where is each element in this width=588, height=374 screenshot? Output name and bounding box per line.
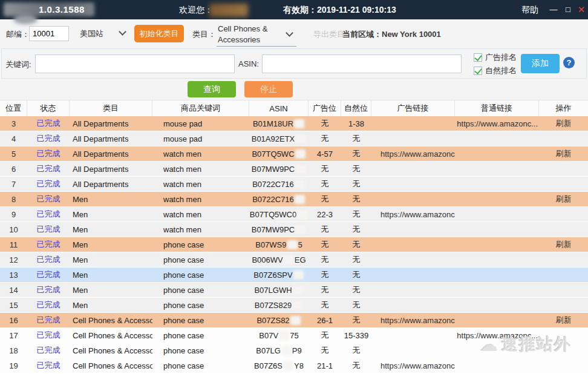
cell-normal-link[interactable] — [455, 177, 539, 191]
cell-ad-link[interactable] — [371, 237, 455, 252]
refresh-button[interactable] — [539, 298, 588, 312]
header-status[interactable]: 状态 — [27, 100, 70, 116]
table-row[interactable]: 14 已完成 Men phone case B07LGWH 无 无 — [0, 283, 588, 298]
table-row[interactable]: 3 已完成 All Departments mouse pad B01M18UR… — [0, 116, 588, 131]
table-row[interactable]: 9 已完成 Men watch men B07TQ5WC0 22-3 无 htt… — [0, 207, 588, 222]
cell-normal-link[interactable] — [455, 298, 539, 312]
header-ad-position[interactable]: 广告位 — [309, 100, 341, 116]
keyword-input[interactable] — [35, 54, 235, 73]
refresh-button[interactable] — [539, 252, 588, 267]
cell-ad-link[interactable] — [371, 192, 455, 206]
header-ad-link[interactable]: 广告链接 — [371, 100, 455, 116]
table-row[interactable]: 7 已完成 All Departments watch men B0722C71… — [0, 177, 588, 192]
refresh-button[interactable]: 刷新 — [539, 313, 588, 327]
cell-ad-link[interactable] — [371, 283, 455, 297]
close-button[interactable]: ✕ — [575, 4, 588, 16]
table-row[interactable]: 19 已完成 Cell Phones & Accessori phone cas… — [0, 358, 588, 373]
refresh-button[interactable]: 刷新 — [539, 237, 588, 252]
table-row[interactable]: 13 已完成 Men phone case B07Z6SPV 无 无 — [0, 267, 588, 283]
table-row[interactable]: 18 已完成 Cell Phones & Accessori phone cas… — [0, 343, 588, 358]
cell-normal-link[interactable]: https://www.amazonc... — [455, 116, 539, 131]
cell-normal-link[interactable] — [455, 252, 539, 267]
zip-input[interactable] — [29, 26, 69, 41]
checkbox-checked-icon[interactable] — [474, 53, 482, 62]
cell-normal-link[interactable] — [455, 131, 539, 146]
refresh-button[interactable] — [539, 177, 588, 191]
cell-ad-link[interactable] — [371, 328, 455, 343]
refresh-button[interactable] — [539, 207, 588, 221]
asin-input[interactable] — [262, 54, 462, 73]
cell-normal-link[interactable] — [455, 283, 539, 297]
cell-ad-link[interactable] — [371, 267, 455, 282]
cell-ad-link[interactable] — [371, 177, 455, 191]
table-row[interactable]: 15 已完成 Men phone case B07ZS829 无 无 — [0, 298, 588, 313]
table-row[interactable]: 8 已完成 Men watch men B0722C716 无 无 刷新 — [0, 192, 588, 207]
refresh-button[interactable] — [539, 222, 588, 237]
table-row[interactable]: 17 已完成 Cell Phones & Accessori phone cas… — [0, 328, 588, 343]
cell-ad-link[interactable] — [371, 162, 455, 176]
cell-ad-link[interactable] — [371, 298, 455, 312]
username-redacted — [209, 4, 248, 17]
refresh-button[interactable] — [539, 162, 588, 176]
help-link[interactable]: 帮助 — [521, 5, 538, 16]
table-row[interactable]: 16 已完成 Cell Phones & Accessori phone cas… — [0, 313, 588, 328]
table-row[interactable]: 10 已完成 Men watch men B07MW9PC 无 无 — [0, 222, 588, 237]
cell-ad-link[interactable]: https://www.amazonc... — [371, 146, 455, 161]
cell-normal-link[interactable] — [455, 146, 539, 161]
refresh-button[interactable] — [539, 358, 588, 373]
refresh-button[interactable] — [539, 283, 588, 297]
cell-ad-link[interactable]: https://www.amazonc... — [371, 313, 455, 327]
natural-rank-checkbox[interactable]: 自然排名 — [474, 64, 517, 77]
header-operation[interactable]: 操作 — [539, 100, 588, 116]
header-natural-position[interactable]: 自然位 — [341, 100, 371, 116]
cell-status: 已完成 — [27, 146, 70, 161]
cell-ad-link[interactable] — [371, 343, 455, 358]
cell-normal-link[interactable]: https://www.amazonc... — [455, 328, 539, 343]
cell-category: Men — [70, 283, 152, 297]
ad-rank-checkbox[interactable]: 广告排名 — [474, 51, 517, 64]
export-category-button[interactable]: 导出类目 — [313, 29, 345, 40]
cell-ad-link[interactable] — [371, 222, 455, 237]
table-row[interactable]: 4 已完成 All Departments mouse pad B01A92ET… — [0, 131, 588, 146]
cell-normal-link[interactable] — [455, 267, 539, 282]
cell-normal-link[interactable] — [455, 162, 539, 176]
minimize-button[interactable]: — — [547, 4, 560, 16]
refresh-button[interactable]: 刷新 — [539, 116, 588, 131]
redaction-blur — [290, 316, 301, 325]
table-row[interactable]: 6 已完成 All Departments watch men B07MW9PC… — [0, 162, 588, 177]
cell-ad-link[interactable]: https://www.amazonc... — [371, 358, 455, 373]
cell-ad-link[interactable] — [371, 131, 455, 146]
header-position[interactable]: 位置 — [0, 100, 27, 116]
cell-normal-link[interactable] — [455, 222, 539, 237]
cell-normal-link[interactable] — [455, 313, 539, 327]
table-row[interactable]: 11 已完成 Men phone case B07WS95 无 无 刷新 — [0, 237, 588, 252]
refresh-button[interactable]: 刷新 — [539, 192, 588, 206]
header-category[interactable]: 类目 — [70, 100, 152, 116]
header-asin[interactable]: ASIN — [249, 100, 309, 116]
checkbox-checked-icon[interactable] — [474, 67, 482, 75]
cell-normal-link[interactable] — [455, 237, 539, 252]
cell-normal-link[interactable] — [455, 358, 539, 373]
table-row[interactable]: 12 已完成 Men phone case B006WVEG 无 无 — [0, 252, 588, 267]
header-normal-link[interactable]: 普通链接 — [455, 100, 539, 116]
help-icon[interactable]: ? — [563, 57, 575, 68]
table-row[interactable]: 5 已完成 All Departments watch men B07TQ5WC… — [0, 146, 588, 162]
cell-normal-link[interactable] — [455, 192, 539, 206]
cell-ad-link[interactable] — [371, 252, 455, 267]
search-button[interactable]: 查询 — [188, 81, 236, 97]
header-keyword[interactable]: 商品关键词 — [152, 100, 249, 116]
category-dropdown[interactable]: Cell Phones & Accessories — [217, 21, 296, 47]
refresh-button[interactable] — [539, 328, 588, 343]
cell-ad-link[interactable] — [371, 116, 455, 131]
cell-normal-link[interactable] — [455, 207, 539, 221]
refresh-button[interactable] — [539, 267, 588, 282]
refresh-button[interactable] — [539, 343, 588, 358]
cell-ad-link[interactable]: https://www.amazonc... — [371, 207, 455, 221]
add-button[interactable]: 添加 — [521, 54, 560, 73]
refresh-button[interactable] — [539, 131, 588, 146]
cell-normal-link[interactable] — [455, 343, 539, 358]
stop-button[interactable]: 停止 — [244, 81, 293, 97]
init-category-button[interactable]: 初始化类目 — [134, 25, 184, 42]
maximize-button[interactable]: □ — [561, 4, 575, 16]
refresh-button[interactable]: 刷新 — [539, 146, 588, 161]
